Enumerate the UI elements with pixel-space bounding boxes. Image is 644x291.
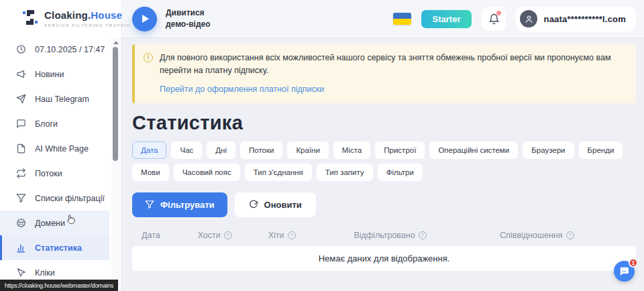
- table-header-row: Дата Хости Хіти Відфільтровано Співвідно…: [132, 226, 636, 245]
- warning-icon: [144, 53, 153, 62]
- logo-title: Cloaking.House: [44, 10, 131, 21]
- cloaking-house-logo-icon: [22, 9, 38, 29]
- tab-operating-systems[interactable]: Операційні системи: [429, 141, 518, 159]
- refresh-icon: [249, 200, 258, 209]
- tab-days[interactable]: Дні: [207, 141, 235, 159]
- tab-countries[interactable]: Країни: [287, 141, 328, 159]
- user-email: naata**********l.com: [543, 14, 626, 24]
- column-header-ratio: Співвідношення: [500, 231, 636, 240]
- help-icon[interactable]: [419, 231, 427, 239]
- sidebar-item-streams[interactable]: Потоки: [0, 161, 109, 186]
- tab-cities[interactable]: Міста: [333, 141, 370, 159]
- sidebar-item-domains[interactable]: Домени: [0, 211, 109, 235]
- play-icon: [142, 15, 149, 23]
- sidebar-item-filter-lists[interactable]: Списки фільтрації: [0, 186, 109, 211]
- column-header-hosts: Хости: [198, 231, 268, 240]
- sidebar-nav: 07.10.2025 / 17:47 Новини Наш Telegram Б…: [0, 34, 121, 285]
- page-title: Статистика: [132, 112, 636, 134]
- user-account-button[interactable]: naata**********l.com: [516, 7, 636, 32]
- chat-unread-badge: 1: [629, 258, 638, 268]
- avatar: [520, 10, 537, 27]
- sidebar-item-news[interactable]: Новини: [0, 62, 109, 86]
- sidebar: Cloaking.House SERVICE FILTERING TRAFFIC…: [0, 0, 121, 291]
- sidebar-item-blogs[interactable]: Блоги: [0, 111, 109, 136]
- demo-video-play-button[interactable]: [132, 7, 157, 32]
- column-header-hits: Хіти: [268, 231, 354, 240]
- chat-smile-icon: [619, 266, 630, 277]
- tab-brands[interactable]: Бренди: [579, 141, 623, 159]
- chat-widget-button[interactable]: 1: [614, 261, 635, 282]
- tab-languages[interactable]: Мови: [132, 164, 169, 181]
- upgrade-subscription-link[interactable]: Перейти до оформлення платної підписки: [160, 84, 324, 94]
- sidebar-item-datetime: 07.10.2025 / 17:47: [0, 37, 109, 62]
- cursor-icon: [16, 268, 26, 278]
- demo-video-label[interactable]: Дивитися демо-відео: [166, 7, 211, 30]
- tab-date[interactable]: Дата: [132, 141, 166, 159]
- tab-streams[interactable]: Потоки: [240, 141, 282, 159]
- column-header-date: Дата: [132, 231, 198, 240]
- main-content: Для повного використання всіх можливосте…: [121, 38, 644, 291]
- bar-chart-icon: [16, 243, 26, 253]
- repeat-icon: [16, 168, 26, 178]
- tab-devices[interactable]: Пристрої: [375, 141, 425, 159]
- paper-plane-icon: [16, 94, 26, 104]
- sidebar-item-statistics[interactable]: Статистика: [0, 235, 109, 260]
- filter-button[interactable]: Фільтрувати: [132, 192, 227, 217]
- scrollbar-thumb[interactable]: [113, 47, 118, 161]
- refresh-button[interactable]: Оновити: [235, 192, 316, 217]
- person-icon: [525, 15, 533, 23]
- scroll-up-arrow-icon[interactable]: [113, 41, 119, 44]
- ukraine-flag-icon[interactable]: [393, 13, 411, 25]
- funnel-icon: [145, 200, 154, 209]
- sidebar-item-ai-white-page[interactable]: AI White Page: [0, 136, 109, 161]
- table-empty-state: Немає даних для відображення.: [132, 246, 636, 271]
- tab-timezone[interactable]: Часовий пояс: [174, 164, 240, 181]
- tab-time[interactable]: Час: [171, 141, 202, 159]
- chat-bubble-icon: [16, 119, 26, 129]
- document-icon: [16, 143, 26, 154]
- logo[interactable]: Cloaking.House SERVICE FILTERING TRAFFIC: [0, 0, 121, 34]
- clock-icon: [16, 44, 26, 54]
- megaphone-icon: [16, 69, 26, 79]
- banner-text: Для повного використання всіх можливосте…: [160, 52, 627, 77]
- statistics-tabs: Дата Час Дні Потоки Країни Міста Пристро…: [132, 141, 634, 181]
- status-bar-url: https://cloaking.house/webmaster/domains: [0, 280, 118, 291]
- tab-browsers[interactable]: Браузери: [523, 141, 574, 159]
- notification-dot: [496, 11, 501, 15]
- logo-subtitle: SERVICE FILTERING TRAFFIC: [44, 23, 131, 27]
- topbar: Дивитися демо-відео Starter naata*******…: [121, 0, 644, 38]
- help-icon[interactable]: [566, 231, 574, 239]
- sidebar-scrollbar[interactable]: [111, 38, 120, 291]
- plan-badge[interactable]: Starter: [421, 10, 472, 28]
- funnel-icon: [16, 193, 26, 203]
- trial-warning-banner: Для повного використання всіх можливосте…: [132, 44, 636, 103]
- column-header-filtered: Відфільтровано: [354, 231, 500, 240]
- notifications-button[interactable]: [482, 7, 506, 31]
- tab-request-type[interactable]: Тип запиту: [317, 164, 373, 181]
- tab-filters[interactable]: Фільтри: [378, 164, 423, 181]
- help-icon[interactable]: [224, 231, 232, 239]
- globe-icon: [16, 218, 26, 228]
- help-icon[interactable]: [288, 231, 296, 239]
- sidebar-item-telegram[interactable]: Наш Telegram: [0, 86, 109, 111]
- tab-connection-type[interactable]: Тип з'єднання: [245, 164, 312, 181]
